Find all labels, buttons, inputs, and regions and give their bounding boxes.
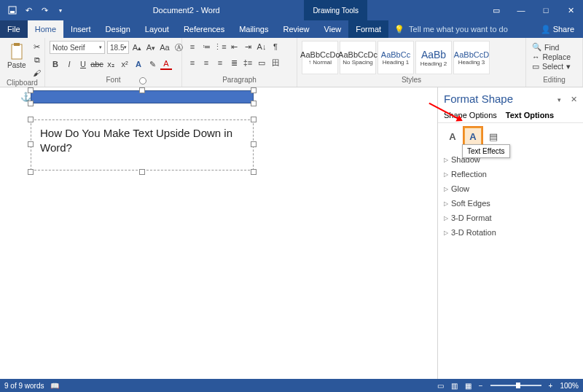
shading-icon[interactable]: ▭ — [256, 57, 267, 68]
line-spacing-icon[interactable]: ‡≡ — [242, 57, 254, 68]
group-reflection[interactable]: Reflection — [442, 167, 579, 181]
group-3d-format[interactable]: 3-D Format — [442, 211, 579, 225]
find-button[interactable]: 🔍 Find — [531, 42, 572, 52]
font-color-icon[interactable]: A — [160, 58, 172, 70]
pane-close-icon[interactable]: ✕ — [571, 95, 577, 103]
redo-icon[interactable]: ↷ — [36, 0, 52, 20]
justify-icon[interactable]: ≣ — [228, 57, 240, 68]
resize-handle[interactable] — [28, 87, 34, 93]
text-effects-icon[interactable]: A — [133, 58, 144, 70]
rotate-handle[interactable] — [139, 77, 146, 85]
style-normal[interactable]: AaBbCcDc↑ Normal — [302, 41, 338, 74]
resize-handle[interactable] — [139, 169, 145, 175]
select-button[interactable]: ▭ Select ▾ — [531, 62, 572, 71]
grow-font-icon[interactable]: A▴ — [131, 42, 143, 53]
style-heading3[interactable]: AaBbCcDHeading 3 — [453, 41, 490, 74]
textbox-layout-icon[interactable]: ▤ — [485, 128, 502, 145]
selected-shape[interactable]: How Do You Make Text Upside Down in Word… — [31, 90, 254, 170]
align-right-icon[interactable]: ≡ — [214, 57, 226, 68]
replace-button[interactable]: ↔ Replace — [531, 52, 572, 61]
italic-icon[interactable]: I — [63, 58, 75, 70]
indent-icon[interactable]: ⇥ — [242, 41, 254, 52]
outdent-icon[interactable]: ⇤ — [228, 41, 240, 52]
view-web-icon[interactable]: ▦ — [465, 382, 472, 390]
align-center-icon[interactable]: ≡ — [200, 57, 212, 68]
tab-file[interactable]: File — [0, 20, 28, 38]
font-name-combo[interactable]: Noto Serif▾ — [50, 41, 105, 54]
resize-handle[interactable] — [251, 101, 257, 106]
close-icon[interactable]: ✕ — [558, 0, 583, 20]
resize-handle[interactable] — [251, 169, 257, 175]
tab-layout[interactable]: Layout — [138, 20, 176, 38]
superscript-icon[interactable]: x² — [119, 58, 130, 70]
tab-insert[interactable]: Insert — [63, 20, 98, 38]
multilevel-icon[interactable]: ⋮≡ — [214, 41, 226, 52]
share-button[interactable]: 👤 Share — [532, 25, 583, 34]
font-size-combo[interactable]: 18.5▾ — [107, 41, 129, 54]
tab-review[interactable]: Review — [276, 20, 317, 38]
tell-me-box[interactable]: 💡Tell me what you want to do — [388, 25, 532, 34]
resize-handle[interactable] — [28, 117, 34, 122]
ribbon: Paste ✂ ⧉ 🖌 Clipboard Noto Serif▾ 18.5▾ … — [0, 38, 583, 87]
style-nospacing[interactable]: AaBbCcDcNo Spacing — [340, 41, 376, 74]
highlight-icon[interactable]: ✎ — [146, 58, 158, 70]
zoom-level[interactable]: 100% — [560, 382, 579, 390]
text-options-tab[interactable]: Text Options — [506, 111, 554, 119]
tab-design[interactable]: Design — [98, 20, 138, 38]
undo-icon[interactable]: ↶ — [20, 0, 36, 20]
tab-view[interactable]: View — [317, 20, 349, 38]
view-read-icon[interactable]: ▭ — [437, 382, 444, 390]
sort-icon[interactable]: A↓ — [256, 41, 267, 52]
proofing-icon[interactable]: 📖 — [50, 382, 59, 390]
group-label-clipboard: Clipboard — [4, 79, 40, 87]
contextual-tab-label: Drawing Tools — [304, 0, 367, 20]
tab-format[interactable]: Format — [348, 20, 388, 38]
document-page[interactable]: ⚓ How Do You Make Text Upside Down in Wo… — [0, 87, 437, 379]
text-box[interactable]: How Do You Make Text Upside Down in Word… — [31, 119, 254, 170]
shrink-font-icon[interactable]: A▾ — [145, 42, 157, 53]
styles-gallery[interactable]: AaBbCcDc↑ Normal AaBbCcDcNo Spacing AaBb… — [302, 41, 490, 74]
subscript-icon[interactable]: x₂ — [105, 58, 117, 70]
resize-handle[interactable] — [251, 117, 257, 122]
bullets-icon[interactable]: ≡ — [187, 41, 198, 52]
zoom-out-icon[interactable]: − — [479, 382, 483, 390]
resize-handle[interactable] — [28, 101, 34, 106]
resize-handle[interactable] — [251, 87, 257, 93]
numbering-icon[interactable]: ≔ — [200, 41, 212, 52]
format-painter-icon[interactable]: 🖌 — [31, 67, 43, 79]
text-fill-outline-icon[interactable]: A — [444, 128, 461, 145]
text-effects-icon[interactable]: A — [464, 128, 482, 145]
group-glow[interactable]: Glow — [442, 181, 579, 196]
underline-icon[interactable]: U — [77, 58, 89, 70]
group-3d-rotation[interactable]: 3-D Rotation — [442, 225, 579, 240]
zoom-slider[interactable] — [490, 385, 541, 386]
save-icon[interactable] — [4, 0, 20, 20]
ribbon-options-icon[interactable]: ▭ — [484, 0, 509, 20]
bold-icon[interactable]: B — [50, 58, 61, 70]
tab-references[interactable]: References — [176, 20, 232, 38]
resize-handle[interactable] — [28, 141, 34, 147]
maximize-icon[interactable]: □ — [533, 0, 558, 20]
group-soft-edges[interactable]: Soft Edges — [442, 196, 579, 211]
change-case-icon[interactable]: Aa — [159, 42, 171, 53]
zoom-in-icon[interactable]: + — [549, 382, 553, 390]
align-left-icon[interactable]: ≡ — [187, 57, 198, 68]
word-count[interactable]: 9 of 9 words — [4, 382, 44, 390]
copy-icon[interactable]: ⧉ — [31, 54, 43, 66]
strike-icon[interactable]: abc — [91, 58, 103, 70]
minimize-icon[interactable]: — — [509, 0, 533, 20]
resize-handle[interactable] — [251, 141, 257, 147]
view-print-icon[interactable]: ▥ — [451, 382, 458, 390]
borders-icon[interactable]: 田 — [270, 57, 281, 68]
style-heading1[interactable]: AaBbCcHeading 1 — [377, 41, 414, 74]
tab-mailings[interactable]: Mailings — [232, 20, 275, 38]
show-marks-icon[interactable]: ¶ — [270, 41, 281, 52]
tab-home[interactable]: Home — [28, 20, 63, 38]
qat-more-icon[interactable]: ▾ — [52, 0, 69, 20]
paste-button[interactable]: Paste — [4, 41, 29, 71]
pane-chevron-icon[interactable]: ▾ — [557, 96, 561, 103]
style-heading2[interactable]: AaBbHeading 2 — [415, 41, 452, 74]
cut-icon[interactable]: ✂ — [31, 41, 43, 52]
resize-handle[interactable] — [139, 87, 145, 93]
resize-handle[interactable] — [28, 169, 34, 175]
